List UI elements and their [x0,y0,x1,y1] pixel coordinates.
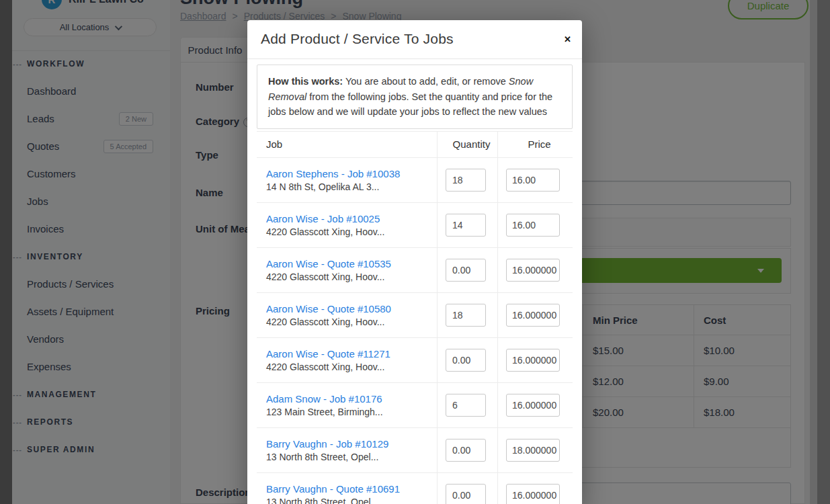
job-address: 4220 Glasscott Xing, Hoov... [266,362,437,372]
job-link[interactable]: Barry Vaughn - Job #10129 [266,438,437,450]
job-link[interactable]: Aaron Wise - Quote #10580 [266,303,437,314]
quantity-cell [437,158,497,202]
job-link[interactable]: Adam Snow - Job #10176 [266,393,437,405]
price-input[interactable] [506,214,560,237]
job-address: 123 Main Street, Birmingh... [266,407,437,417]
job-address: 4220 Glasscott Xing, Hoov... [266,271,437,282]
quantity-input[interactable] [446,169,486,192]
job-row: Aaron Stephens - Job #10038 14 N 8th St,… [257,158,573,203]
quantity-input[interactable] [446,259,486,282]
quantity-cell [437,338,497,382]
job-link[interactable]: Aaron Wise - Quote #10535 [266,258,437,269]
job-address: 4220 Glasscott Xing, Hoov... [266,226,437,237]
modal-title: Add Product / Service To Jobs [261,31,454,47]
job-row: Aaron Wise - Job #10025 4220 Glasscott X… [257,203,573,248]
job-row: Barry Vaughn - Job #10129 13 North 8th S… [257,428,573,473]
job-cell: Barry Vaughn - Quote #10691 13 North 8th… [257,473,437,504]
quantity-input[interactable] [446,484,486,504]
job-column-header: Job [257,132,437,157]
quantity-input[interactable] [446,439,486,462]
how-this-works-note: How this works: You are about to add, ed… [257,65,573,129]
job-address: 13 North 8th Street, Opel... [266,452,437,462]
job-address: 13 North 8th Street, Opel... [266,497,437,504]
job-link[interactable]: Aaron Stephens - Job #10038 [266,168,437,179]
quantity-column-header: Quantity [437,132,497,157]
job-row: Aaron Wise - Quote #10535 4220 Glasscott… [257,248,573,293]
price-cell [497,428,573,472]
job-cell: Aaron Stephens - Job #10038 14 N 8th St,… [257,158,437,202]
quantity-cell [437,203,497,247]
job-cell: Barry Vaughn - Job #10129 13 North 8th S… [257,428,437,472]
price-input[interactable] [506,439,560,462]
job-cell: Aaron Wise - Job #10025 4220 Glasscott X… [257,203,437,247]
job-row: Aaron Wise - Quote #11271 4220 Glasscott… [257,338,573,383]
jobs-table-header: Job Quantity Price [257,131,573,158]
price-input[interactable] [506,259,560,282]
close-icon[interactable]: ✕ [564,35,571,44]
price-input[interactable] [506,304,560,327]
price-cell [497,248,573,292]
quantity-input[interactable] [446,394,486,417]
job-address: 14 N 8th St, Opelika AL 3... [266,181,437,192]
price-cell [497,203,573,247]
jobs-table: Job Quantity Price Aaron Stephens - Job … [257,131,573,504]
price-cell [497,338,573,382]
modal-header: Add Product / Service To Jobs ✕ [247,20,582,59]
quantity-input[interactable] [446,349,486,372]
price-cell [497,293,573,337]
price-cell [497,473,573,504]
quantity-cell [437,473,497,504]
price-cell [497,383,573,427]
job-cell: Aaron Wise - Quote #11271 4220 Glasscott… [257,338,437,382]
price-column-header: Price [497,132,573,157]
job-cell: Adam Snow - Job #10176 123 Main Street, … [257,383,437,427]
quantity-cell [437,293,497,337]
price-input[interactable] [506,349,560,372]
price-input[interactable] [506,484,560,504]
quantity-input[interactable] [446,304,486,327]
job-link[interactable]: Aaron Wise - Quote #11271 [266,348,437,360]
price-input[interactable] [506,394,560,417]
job-cell: Aaron Wise - Quote #10580 4220 Glasscott… [257,293,437,337]
job-link[interactable]: Aaron Wise - Job #10025 [266,213,437,224]
job-link[interactable]: Barry Vaughn - Quote #10691 [266,483,437,495]
quantity-cell [437,383,497,427]
job-address: 4220 Glasscott Xing, Hoov... [266,317,437,327]
job-cell: Aaron Wise - Quote #10535 4220 Glasscott… [257,248,437,292]
price-cell [497,158,573,202]
add-product-to-jobs-modal: Add Product / Service To Jobs ✕ How this… [247,20,582,504]
modal-body: How this works: You are about to add, ed… [247,59,582,504]
job-row: Adam Snow - Job #10176 123 Main Street, … [257,383,573,428]
quantity-input[interactable] [446,214,486,237]
price-input[interactable] [506,169,560,192]
job-row: Barry Vaughn - Quote #10691 13 North 8th… [257,473,573,504]
quantity-cell [437,428,497,472]
job-row: Aaron Wise - Quote #10580 4220 Glasscott… [257,293,573,338]
quantity-cell [437,248,497,292]
